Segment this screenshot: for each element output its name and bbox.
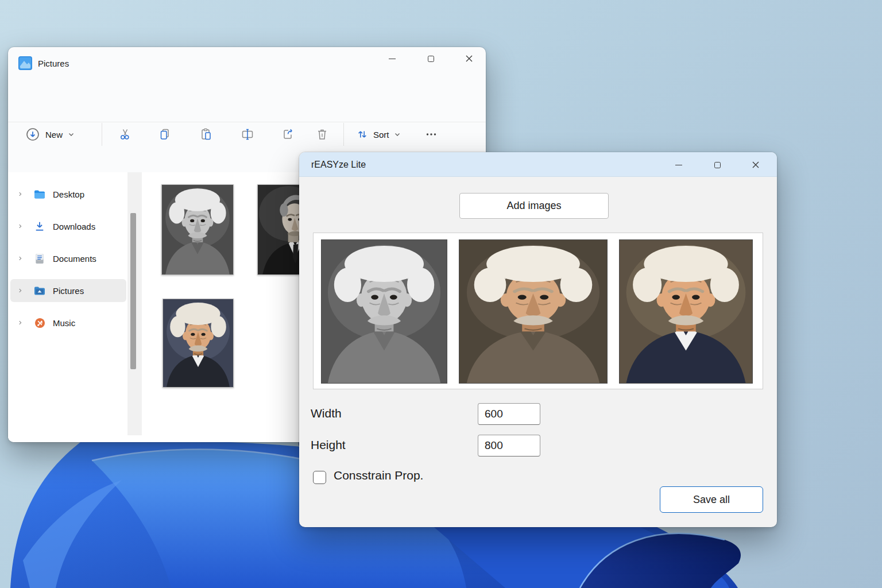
constrain-proportions-checkbox[interactable]	[313, 471, 326, 484]
sidebar-item-downloads[interactable]: Downloads	[10, 215, 126, 238]
explorer-window-title: Pictures	[38, 47, 69, 79]
explorer-toolbar: New	[8, 79, 486, 122]
sidebar-scrollbar-track[interactable]	[127, 172, 142, 435]
add-images-button[interactable]: Add images	[459, 193, 609, 219]
desktop: Pictures New	[0, 0, 882, 588]
reasyze-window-title: rEASYze Lite	[311, 152, 366, 177]
preview-image-einstein-grayscale[interactable]	[321, 239, 447, 384]
reasyze-close-button[interactable]	[742, 153, 769, 176]
image-preview-panel	[313, 233, 763, 389]
sidebar-item-label: Desktop	[49, 189, 84, 199]
sidebar-item-label: Downloads	[49, 222, 95, 231]
width-label: Width	[311, 407, 342, 420]
chevron-right-icon[interactable]	[10, 191, 30, 197]
preview-image-einstein-colorized[interactable]	[619, 239, 753, 384]
file-thumbnail-einstein-colorized[interactable]	[163, 299, 234, 388]
chevron-right-icon[interactable]	[10, 320, 30, 326]
reasyze-minimize-button[interactable]	[666, 153, 692, 176]
sidebar-item-desktop[interactable]: Desktop	[10, 183, 126, 206]
downloads-icon	[30, 221, 49, 231]
file-thumbnail-einstein-grayscale[interactable]	[161, 184, 234, 275]
constrain-proportions-label[interactable]: Consstrain Prop.	[334, 469, 423, 482]
chevron-right-icon[interactable]	[10, 288, 30, 293]
width-input[interactable]	[478, 403, 540, 425]
height-label: Height	[311, 438, 346, 452]
height-input[interactable]	[478, 435, 540, 457]
explorer-caption-controls	[367, 47, 482, 70]
reasyze-titlebar[interactable]: rEASYze Lite	[299, 152, 777, 177]
preview-image-einstein-sepia[interactable]	[459, 239, 608, 384]
pictures-app-icon	[18, 56, 32, 70]
sidebar-item-label: Documents	[49, 254, 96, 264]
minimize-icon	[675, 165, 682, 165]
maximize-icon	[428, 56, 434, 62]
explorer-titlebar[interactable]: Pictures	[8, 47, 486, 79]
save-all-button[interactable]: Save all	[660, 486, 763, 513]
maximize-icon	[714, 162, 721, 168]
documents-icon	[30, 253, 49, 264]
sidebar-item-documents[interactable]: Documents	[10, 247, 126, 270]
sidebar-item-music[interactable]: Music	[10, 311, 126, 334]
minimize-icon	[389, 59, 396, 59]
reasyze-caption-controls	[653, 153, 769, 176]
close-icon	[465, 55, 473, 63]
close-icon	[752, 161, 760, 169]
explorer-close-button[interactable]	[456, 47, 482, 70]
pictures-folder-icon	[30, 286, 49, 296]
sidebar-item-label: Music	[49, 318, 75, 328]
desktop-folder-icon	[30, 189, 49, 199]
sidebar-scrollbar-thumb[interactable]	[130, 213, 136, 369]
music-icon	[30, 318, 49, 328]
explorer-minimize-button[interactable]	[379, 47, 405, 70]
sidebar-item-label: Pictures	[49, 286, 84, 296]
chevron-right-icon[interactable]	[10, 256, 30, 261]
chevron-right-icon[interactable]	[10, 223, 30, 229]
reasyze-window: rEASYze Lite Add images Width Heigh	[299, 152, 777, 527]
explorer-maximize-button[interactable]	[417, 47, 444, 70]
reasyze-maximize-button[interactable]	[704, 153, 730, 176]
sidebar-item-pictures[interactable]: Pictures	[10, 279, 126, 302]
